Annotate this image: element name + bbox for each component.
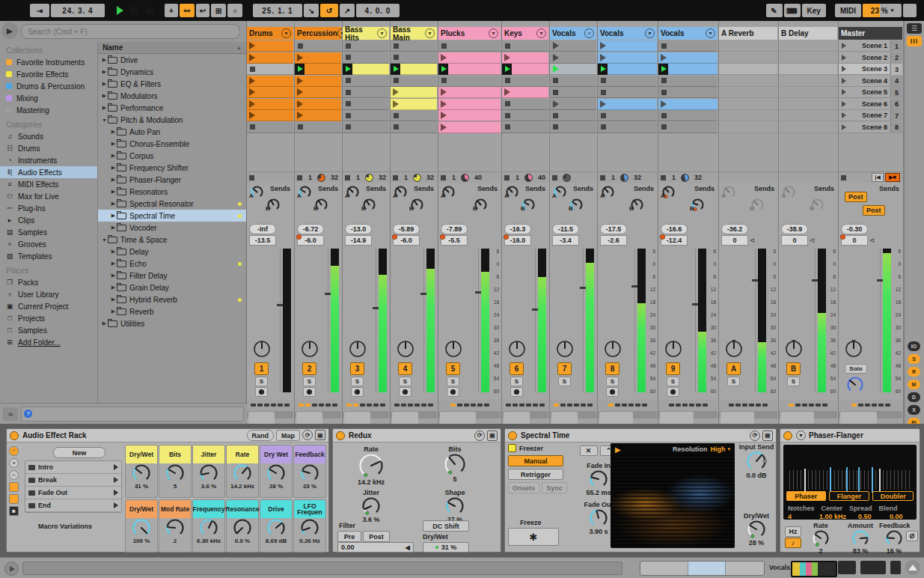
macro-knob-dry-wet[interactable]: Dry/Wet100 % <box>125 499 158 553</box>
solo-button[interactable]: S <box>351 377 364 386</box>
clip-slot[interactable] <box>391 110 437 121</box>
track-activator-button[interactable]: 4 <box>398 362 412 375</box>
input-send-knob[interactable] <box>738 451 775 472</box>
track-stop-icon[interactable] <box>297 175 302 180</box>
clip-launch-icon[interactable] <box>661 54 667 61</box>
track-menu-icon[interactable]: ▼ <box>281 28 291 38</box>
solo-button[interactable]: S <box>667 377 679 386</box>
clip-slot[interactable] <box>247 122 293 133</box>
send-b-knob[interactable]: B <box>314 198 328 212</box>
device-chain-thumbnail-rack[interactable] <box>791 561 837 577</box>
mode-flanger-button[interactable]: Flanger <box>829 491 870 501</box>
redux-title-bar[interactable]: Redux ⟳ ▣ <box>333 429 501 442</box>
track-stop-icon[interactable] <box>393 175 398 180</box>
track-activator-button[interactable]: 2 <box>302 362 316 375</box>
send-b-knob[interactable]: B <box>521 198 536 212</box>
tree-item-utilities[interactable]: ▶Utilities <box>98 317 246 329</box>
cue-volume-knob[interactable] <box>846 376 864 394</box>
arm-button[interactable] <box>255 387 268 397</box>
cue-post-toggle-b[interactable]: Post <box>863 205 885 216</box>
track-menu-icon[interactable]: ▼ <box>706 28 715 38</box>
clip-slot[interactable] <box>391 76 437 87</box>
rate-knob[interactable] <box>339 453 403 478</box>
hot-swap-icon[interactable]: ⟳ <box>474 431 485 441</box>
show-devices-icon[interactable]: ■ <box>9 506 19 516</box>
track-menu-icon[interactable]: ▼ <box>377 28 387 38</box>
arm-button[interactable] <box>447 387 459 397</box>
track-activator-button[interactable]: 6 <box>510 362 524 375</box>
search-input[interactable]: Search (Cmd + F) <box>21 24 240 39</box>
solo-button[interactable]: S <box>558 377 571 386</box>
clip-slot[interactable] <box>247 99 293 110</box>
collection-item-mastering[interactable]: Mastering <box>0 104 97 116</box>
jitter-knob[interactable] <box>339 496 403 516</box>
macro-knob-mod-rate[interactable]: Mod Rate2 <box>159 499 192 553</box>
clip-slot[interactable] <box>247 87 293 98</box>
device-chain-thumbnail[interactable] <box>838 561 856 574</box>
peak-level-display[interactable]: -11.5 <box>552 224 579 234</box>
resolution-select[interactable]: High <box>710 445 725 453</box>
preview-button[interactable] <box>4 562 19 576</box>
browser-name-header[interactable]: Name▲ <box>98 42 246 54</box>
solo-button[interactable]: S <box>303 377 316 386</box>
arm-button[interactable] <box>303 387 316 397</box>
map-button[interactable]: Map <box>276 430 300 441</box>
clip-slot[interactable] <box>391 99 437 110</box>
show-chains-icon[interactable] <box>9 494 19 504</box>
variation-camera-icon[interactable] <box>28 478 35 483</box>
filter-freq-slider[interactable]: 0.00◀ <box>337 542 414 553</box>
clip-launch-icon[interactable] <box>661 100 667 108</box>
track-header[interactable]: Master <box>839 27 902 40</box>
clip-stop-icon[interactable] <box>661 113 667 118</box>
bits-knob[interactable] <box>423 453 487 475</box>
volume-display[interactable]: -12.4 <box>661 235 688 246</box>
scene-6[interactable]: Scene 6 <box>839 99 890 110</box>
track-header[interactable]: A Reverb <box>719 27 777 40</box>
show-macros-icon[interactable] <box>9 482 19 492</box>
clip-stop-icon[interactable] <box>346 124 351 130</box>
send-b-knob[interactable]: B <box>691 198 705 212</box>
send-a-knob[interactable]: A <box>553 185 567 199</box>
disclosure-triangle-icon[interactable]: ▼ <box>101 237 108 243</box>
tree-item-pitch-modulation[interactable]: ▼Pitch & Modulation <box>98 114 246 126</box>
save-preset-icon[interactable]: ▣ <box>315 430 325 440</box>
volume-fader[interactable] <box>583 249 584 392</box>
send-a-knob[interactable]: A <box>298 185 312 199</box>
midi-arrangement-overdub-button[interactable]: ⚯ <box>180 4 195 17</box>
macro-variation-fade-out[interactable]: Fade Out <box>25 487 121 499</box>
track-header[interactable]: Plucks▼ <box>438 27 501 40</box>
clip-slot[interactable] <box>598 122 657 133</box>
clip-slot[interactable] <box>247 40 293 52</box>
device-chain-thumbnail[interactable] <box>860 561 886 574</box>
add-variation-icon[interactable]: + <box>9 458 19 468</box>
clip-slot[interactable] <box>658 110 718 121</box>
sidebar-item-audio-effects[interactable]: ‖|Audio Effects <box>0 166 97 178</box>
macro-value[interactable]: 0.26 Hz <box>294 538 325 544</box>
tree-item-performance[interactable]: ▶Performance <box>98 102 246 114</box>
clip-playing-icon[interactable] <box>598 64 608 75</box>
record-button[interactable] <box>146 7 154 15</box>
mode-doubler-button[interactable]: Doubler <box>872 491 914 501</box>
volume-fader[interactable] <box>695 249 696 392</box>
clip-launch-icon[interactable] <box>393 88 399 96</box>
groove-pool-button[interactable]: ≈ <box>3 407 18 421</box>
send-b-knob[interactable]: B <box>810 198 824 212</box>
macro-value[interactable]: 5 <box>159 483 191 490</box>
master-solo-button[interactable]: Solo <box>845 364 867 374</box>
clip-stop-icon[interactable] <box>601 78 606 83</box>
solo-button[interactable]: S <box>399 377 411 386</box>
sidebar-item-projects[interactable]: □Projects <box>0 312 97 324</box>
track-activator-button[interactable]: 1 <box>254 362 269 375</box>
pan-knob[interactable] <box>349 340 367 358</box>
show-hide-device-view-button[interactable] <box>905 560 920 575</box>
clip-stop-icon[interactable] <box>661 124 667 130</box>
save-preset-icon[interactable]: ▣ <box>762 431 773 441</box>
send-a-knob[interactable]: A <box>722 185 736 199</box>
track-delay-toggle[interactable]: D <box>908 392 920 402</box>
track-scrollbar[interactable] <box>247 411 293 419</box>
mode-phaser-button[interactable]: Phaser <box>786 491 826 501</box>
peak-level-display[interactable]: -6.72 <box>297 224 324 234</box>
collection-item-favorite-instruments[interactable]: Favorite Instruments <box>0 56 97 68</box>
variation-launch-icon[interactable] <box>114 477 118 483</box>
send-a-knob[interactable]: A <box>782 185 796 199</box>
